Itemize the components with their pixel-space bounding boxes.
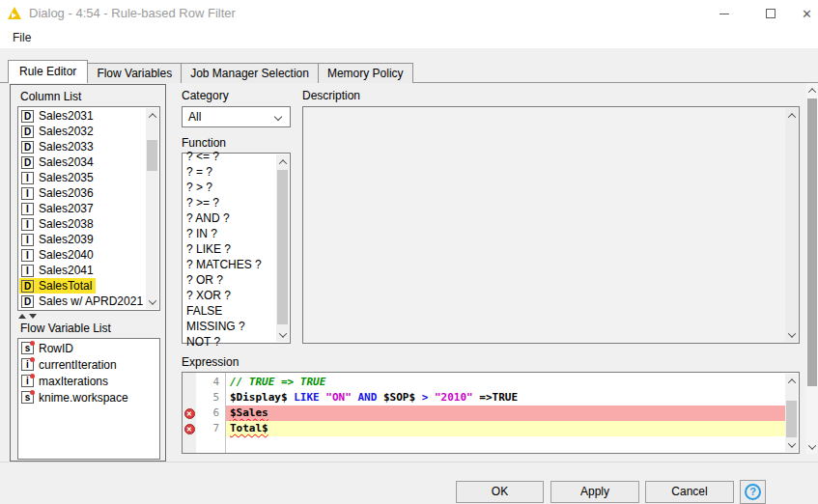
column-list-item[interactable]: ISales2040 xyxy=(19,247,98,263)
function-item[interactable]: ? LIKE ? xyxy=(183,241,276,257)
flow-variable-list[interactable]: sRowID icurrentIteration imaxIterations … xyxy=(17,338,160,460)
category-dropdown[interactable]: All xyxy=(182,106,291,127)
int-type-icon: I xyxy=(21,203,34,215)
tab-job-manager-selection[interactable]: Job Manager Selection xyxy=(181,63,319,83)
collapse-up-icon[interactable] xyxy=(18,314,26,319)
scroll-up-button[interactable] xyxy=(276,154,289,169)
chevron-down-icon xyxy=(274,113,282,121)
string-token: "2010" xyxy=(435,391,479,404)
code-line[interactable]: $Display$ LIKE "ON" AND $SOP$ > "2010" =… xyxy=(226,390,785,406)
column-list-scrollbar[interactable] xyxy=(146,108,158,309)
column-list-item[interactable]: ISales2035 xyxy=(19,170,98,185)
function-list-scrollbar[interactable] xyxy=(276,154,289,342)
function-list[interactable]: ? <= ? ? = ? ? > ? ? >= ? ? AND ? ? IN ?… xyxy=(182,153,291,344)
column-name: Sales2037 xyxy=(39,202,94,215)
double-type-icon: D xyxy=(21,295,34,308)
scrollbar-thumb[interactable] xyxy=(147,140,157,171)
flow-variable-item[interactable]: icurrentIteration xyxy=(19,356,121,373)
function-item[interactable]: ? IN ? xyxy=(183,226,276,241)
column-list-item[interactable]: ISales2038 xyxy=(19,216,98,232)
column-name: Sales2035 xyxy=(39,171,94,184)
close-button[interactable] xyxy=(796,0,818,27)
scrollbar-thumb[interactable] xyxy=(277,170,288,324)
expression-editor[interactable]: 4 // TRUE => TRUE 5 $Display$ LIKE "ON" … xyxy=(182,372,800,454)
column-list[interactable]: DSales2031 DSales2032 DSales2033 DSales2… xyxy=(17,106,160,311)
column-list-item[interactable]: DSales2031 xyxy=(19,108,98,124)
flow-variable-name: RowID xyxy=(39,342,73,355)
flow-variable-item[interactable]: imaxIterations xyxy=(19,373,112,389)
column-list-item[interactable]: ISales2036 xyxy=(19,185,98,201)
function-item[interactable]: ? <= ? xyxy=(183,149,276,164)
function-item[interactable]: ? >= ? xyxy=(183,195,276,210)
function-item[interactable]: ? MATCHES ? xyxy=(183,257,276,272)
column-list-item[interactable]: DSales2032 xyxy=(19,124,98,139)
function-item[interactable]: MISSING ? xyxy=(183,319,276,334)
menu-bar: File xyxy=(0,27,818,48)
gutter-cell xyxy=(183,390,196,406)
scrollbar-thumb[interactable] xyxy=(807,98,817,386)
flow-variable-list-items: sRowID icurrentIteration imaxIterations … xyxy=(19,340,146,458)
description-scrollbar[interactable] xyxy=(785,108,798,342)
scroll-down-button[interactable] xyxy=(785,327,798,342)
scroll-down-button[interactable] xyxy=(276,327,289,342)
function-item[interactable]: NOT ? xyxy=(183,334,276,350)
function-item[interactable]: ? = ? xyxy=(183,164,276,180)
expression-scrollbar[interactable] xyxy=(785,374,798,452)
line-number: 7 xyxy=(196,421,226,436)
function-item[interactable]: ? AND ? xyxy=(183,210,276,226)
scroll-up-button[interactable] xyxy=(806,83,818,98)
column-list-item[interactable]: ISales2037 xyxy=(19,201,98,216)
description-textarea[interactable] xyxy=(302,106,800,344)
editor-line[interactable]: 4 // TRUE => TRUE xyxy=(183,375,785,390)
ok-button[interactable]: OK xyxy=(456,481,544,503)
menu-file[interactable]: File xyxy=(9,29,35,46)
function-item[interactable]: ? OR ? xyxy=(183,272,276,288)
code-line[interactable]: $Sales xyxy=(226,406,785,421)
flow-variable-item[interactable]: sknime.workspace xyxy=(19,389,132,406)
code-line[interactable]: // TRUE => TRUE xyxy=(226,375,785,390)
description-label: Description xyxy=(302,89,360,102)
gutter-cell xyxy=(183,421,196,436)
variable-token: $Display$ xyxy=(230,391,294,404)
scroll-up-button[interactable] xyxy=(146,108,158,123)
chevron-up-icon xyxy=(787,113,795,121)
category-selected-value: All xyxy=(188,107,201,126)
dialog-scrollbar[interactable] xyxy=(806,83,818,454)
editor-line-error[interactable]: 7 Total$ xyxy=(183,421,785,436)
column-list-item[interactable]: DSales w/ APRD2021 xyxy=(19,294,146,309)
help-button[interactable]: ? xyxy=(740,480,766,504)
string-token: "ON" xyxy=(325,391,357,404)
collapse-down-icon[interactable] xyxy=(29,314,37,319)
double-type-icon: D xyxy=(21,156,34,169)
column-list-item-highlighted[interactable]: DSalesTotal xyxy=(19,278,96,294)
minimize-button[interactable] xyxy=(708,0,741,27)
column-list-item[interactable]: ISales2039 xyxy=(19,232,98,247)
editor-line[interactable]: 5 $Display$ LIKE "ON" AND $SOP$ > "2010"… xyxy=(183,390,785,406)
code-line[interactable]: Total$ xyxy=(226,421,785,436)
tab-strip: Rule Editor Flow Variables Job Manager S… xyxy=(8,60,412,83)
column-list-item[interactable]: DSales2034 xyxy=(19,154,98,170)
tab-memory-policy[interactable]: Memory Policy xyxy=(318,63,413,83)
tab-rule-editor[interactable]: Rule Editor xyxy=(8,60,88,83)
column-list-item[interactable]: DSales2033 xyxy=(19,139,98,154)
scroll-down-button[interactable] xyxy=(806,439,818,454)
function-item[interactable]: ? > ? xyxy=(183,180,276,195)
scroll-down-button[interactable] xyxy=(146,294,158,309)
function-item[interactable]: FALSE xyxy=(183,303,276,319)
editor-line-error[interactable]: 6 $Sales xyxy=(183,406,785,421)
gutter-cell xyxy=(183,406,196,421)
tab-flow-variables[interactable]: Flow Variables xyxy=(87,63,182,83)
cancel-button[interactable]: Cancel xyxy=(645,481,734,503)
scroll-up-button[interactable] xyxy=(785,108,798,123)
expression-label: Expression xyxy=(182,355,239,369)
int-flow-variable-icon: i xyxy=(21,358,34,371)
column-list-item[interactable]: ISales2041 xyxy=(19,263,98,278)
scroll-down-button[interactable] xyxy=(785,437,798,452)
scrollbar-thumb[interactable] xyxy=(786,401,797,437)
function-item[interactable]: ? XOR ? xyxy=(183,288,276,303)
split-pane-divider[interactable] xyxy=(18,313,37,320)
maximize-button[interactable] xyxy=(754,0,787,27)
apply-button[interactable]: Apply xyxy=(550,481,639,503)
scroll-up-button[interactable] xyxy=(785,374,798,388)
flow-variable-item[interactable]: sRowID xyxy=(19,340,77,356)
